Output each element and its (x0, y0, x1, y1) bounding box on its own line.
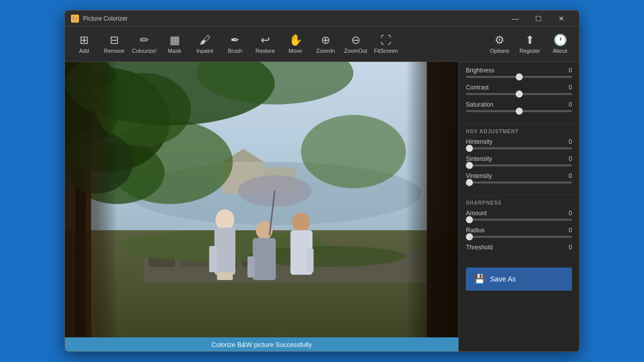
save-as-label: Save As (490, 275, 516, 283)
hintensity-track[interactable] (466, 147, 572, 149)
main-window: 🎨 Picture Colorizer — ☐ ✕ ⊞ Add ⊟ Remove… (64, 10, 580, 352)
tool-register-label: Register (520, 48, 540, 54)
sintensity-slider-row: Sintensity 0 (466, 155, 572, 166)
sharpness-title: SHARPNESS (466, 200, 572, 206)
add-icon: ⊞ (79, 35, 89, 46)
svg-rect-38 (65, 62, 117, 351)
brightness-value: 0 (569, 67, 572, 74)
restore-icon: ↩ (261, 35, 270, 46)
vintensity-value: 0 (569, 172, 572, 179)
image-canvas (65, 62, 458, 351)
tool-mask-label: Mask (168, 48, 181, 54)
vintensity-label: Vintensity (466, 172, 492, 179)
tool-colourize[interactable]: ✏ Colourize! (129, 29, 159, 59)
contrast-label: Contrast (466, 84, 489, 91)
contrast-slider-row: Contrast 0 (466, 84, 572, 95)
image-area: Colorize B&W picture Successfully (65, 62, 458, 351)
zoomout-icon: ⊖ (351, 35, 360, 46)
threshold-label: Threshold (466, 244, 493, 251)
tool-move[interactable]: ✋ Move (280, 29, 310, 59)
tool-zoomin[interactable]: ⊕ ZoomIn (310, 29, 341, 59)
zoomin-icon: ⊕ (321, 35, 330, 46)
amount-thumb[interactable] (466, 216, 473, 223)
vintensity-thumb[interactable] (466, 179, 473, 186)
svg-rect-37 (65, 62, 458, 351)
radius-label: Radius (466, 227, 485, 234)
toolbar: ⊞ Add ⊟ Remove ✏ Colourize! ▦ Mask 🖌 Inp… (65, 27, 579, 62)
hintensity-value: 0 (569, 138, 572, 145)
remove-icon: ⊟ (110, 35, 119, 46)
about-icon: 🕐 (553, 35, 567, 46)
hintensity-thumb[interactable] (466, 145, 473, 152)
threshold-slider-row: Threshold 0 (466, 244, 572, 251)
tool-mask[interactable]: ▦ Mask (159, 29, 190, 59)
status-bar: Colorize B&W picture Successfully (65, 337, 458, 351)
tool-remove[interactable]: ⊟ Remove (99, 29, 129, 59)
brightness-label: Brightness (466, 67, 495, 74)
amount-slider-row: Amount 0 (466, 210, 572, 221)
save-icon: 💾 (474, 274, 485, 285)
minimize-button[interactable]: — (504, 11, 527, 27)
radius-value: 0 (569, 227, 572, 234)
basic-section: Brightness 0 Contrast 0 (459, 62, 579, 124)
main-content: Colorize B&W picture Successfully Bright… (65, 62, 579, 351)
tool-register[interactable]: ⬆ Register (515, 29, 545, 59)
tool-options[interactable]: ⚙ Options (485, 29, 515, 59)
fitscreen-icon: ⛶ (380, 35, 391, 46)
amount-value: 0 (569, 210, 572, 217)
hsv-title: HSV ADJUSTMENT (466, 129, 572, 134)
brightness-track[interactable] (466, 76, 572, 78)
register-icon: ⬆ (525, 35, 534, 46)
saturation-value: 0 (569, 101, 572, 108)
tool-colourize-label: Colourize! (132, 48, 157, 54)
radius-track[interactable] (466, 236, 572, 238)
status-message: Colorize B&W picture Successfully (211, 341, 311, 348)
hintensity-label: Hintensity (466, 138, 493, 145)
sintensity-label: Sintensity (466, 155, 492, 162)
mask-icon: ▦ (170, 35, 180, 46)
hsv-section: HSV ADJUSTMENT Hintensity 0 Sintensity (459, 124, 579, 195)
tool-about[interactable]: 🕐 About (545, 29, 575, 59)
tool-inpaint[interactable]: 🖌 Inpaint (190, 29, 220, 59)
window-title: Picture Colorizer (83, 15, 504, 22)
tool-brush[interactable]: ✒ Brush (220, 29, 250, 59)
inpaint-icon: 🖌 (199, 35, 210, 46)
sharpness-section: SHARPNESS Amount 0 Radius 0 (459, 195, 579, 262)
colourize-icon: ✏ (140, 35, 149, 46)
saturation-label: Saturation (466, 101, 494, 108)
tool-options-label: Options (490, 48, 509, 54)
saturation-track[interactable] (466, 110, 572, 112)
brush-icon: ✒ (230, 35, 239, 46)
radius-thumb[interactable] (466, 233, 473, 240)
tool-restore[interactable]: ↩ Restore (250, 29, 280, 59)
save-as-button[interactable]: 💾 Save As (466, 267, 572, 291)
brightness-thumb[interactable] (516, 73, 523, 80)
tool-about-label: About (553, 48, 568, 54)
saturation-slider-row: Saturation 0 (466, 101, 572, 112)
close-button[interactable]: ✕ (550, 11, 573, 27)
sintensity-thumb[interactable] (466, 162, 473, 169)
tool-fitscreen-label: FitScreen (374, 48, 397, 54)
tool-fitscreen[interactable]: ⛶ FitScreen (371, 29, 401, 59)
tool-zoomout-label: ZoomOut (344, 48, 367, 54)
tool-move-label: Move (289, 48, 302, 54)
title-bar: 🎨 Picture Colorizer — ☐ ✕ (65, 11, 579, 27)
hintensity-slider-row: Hintensity 0 (466, 138, 572, 149)
tool-add[interactable]: ⊞ Add (69, 29, 99, 59)
options-icon: ⚙ (495, 35, 505, 46)
tool-remove-label: Remove (104, 48, 125, 54)
app-icon: 🎨 (71, 15, 79, 23)
sintensity-track[interactable] (466, 164, 572, 166)
threshold-value: 0 (569, 244, 572, 251)
contrast-track[interactable] (466, 93, 572, 95)
tool-zoomout[interactable]: ⊖ ZoomOut (341, 29, 371, 59)
vintensity-track[interactable] (466, 182, 572, 184)
amount-track[interactable] (466, 219, 572, 221)
tool-brush-label: Brush (228, 48, 243, 54)
saturation-thumb[interactable] (516, 108, 523, 115)
contrast-thumb[interactable] (516, 90, 523, 98)
maximize-button[interactable]: ☐ (527, 11, 550, 27)
svg-rect-39 (406, 62, 458, 351)
tool-add-label: Add (79, 48, 89, 54)
contrast-value: 0 (569, 84, 572, 91)
